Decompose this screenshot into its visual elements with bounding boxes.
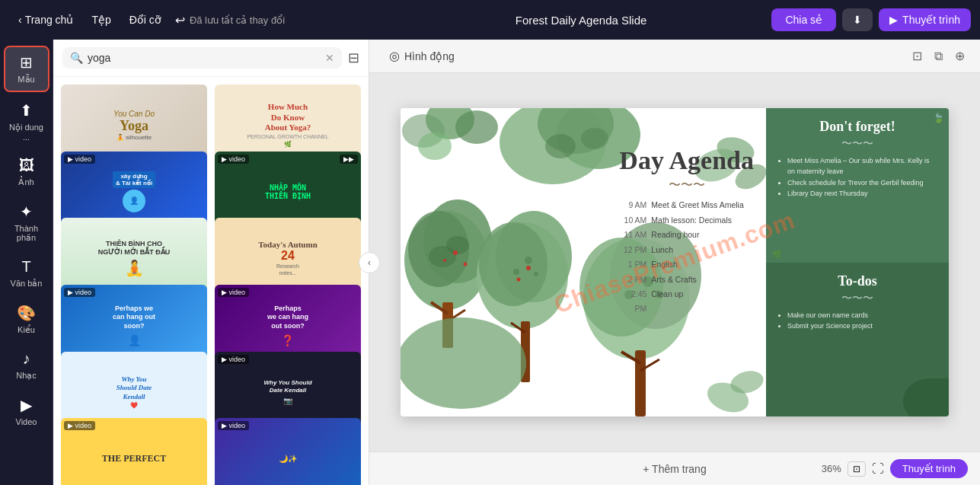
video-tag: ▶ video — [218, 288, 249, 297]
next-tag: ▶▶ — [340, 155, 358, 164]
share-slide-button[interactable]: ⊡ — [909, 46, 925, 66]
canvas-icon-group: ⊡ ⧉ ⊕ — [909, 46, 968, 66]
add-page-button[interactable]: + Thêm trang — [634, 460, 715, 478]
svg-point-7 — [545, 134, 576, 158]
section-divider: 〜〜〜 — [778, 137, 937, 151]
text-icon: T — [21, 258, 30, 276]
canvas-content: Day Agenda 〜〜〜 9 AMMeet & Greet Miss Ame… — [369, 73, 980, 451]
slide-dont-forget-section: Don't forget! 〜〜〜 Meet Miss Amelia – Our… — [766, 108, 949, 263]
topbar-nav: ‹ Trang chủ Tệp Đổi cỡ ↩ Đã lưu tất cả t… — [9, 8, 391, 32]
sidebar-item-kieu[interactable]: 🎨 Kiểu — [4, 298, 49, 341]
duplicate-button[interactable]: ⧉ — [931, 46, 946, 66]
slide-right-section: Don't forget! 〜〜〜 Meet Miss Amelia – Our… — [766, 108, 949, 416]
todos-items: Make our own name cards Submit your Scie… — [778, 310, 937, 332]
animation-icon: ◎ — [389, 49, 400, 63]
template-icon: ⊞ — [20, 53, 33, 72]
svg-point-22 — [534, 272, 538, 276]
download-icon: ⬇ — [853, 14, 862, 26]
canvas-toolbar: ◎ Hình động ⊡ ⧉ ⊕ — [369, 40, 980, 73]
template-panel: 🔍 ✕ ⊟ You Can Do Yoga 🧘 silhouette — [53, 40, 369, 485]
video-tag: ▶ video — [64, 155, 95, 164]
upload-icon: ⬆ — [20, 101, 33, 120]
slide-schedule: 9 AMMeet & Greet Miss Amelia 10 AMMath l… — [619, 199, 754, 317]
sidebar-item-van-ban[interactable]: T Văn bản — [4, 252, 49, 295]
chevron-left-icon: ‹ — [18, 14, 22, 26]
topbar: ‹ Trang chủ Tệp Đổi cỡ ↩ Đã lưu tất cả t… — [0, 0, 980, 40]
todos-title: To-dos — [778, 273, 937, 289]
svg-point-43 — [526, 266, 531, 270]
sidebar-item-thanh-phan[interactable]: ✦ Thành phần — [4, 196, 49, 249]
dont-forget-items: Meet Miss Amelia – Our sub while Mrs. Ke… — [778, 155, 937, 199]
template-grid: You Can Do Yoga 🧘 silhouette How MuchDo … — [53, 77, 369, 485]
svg-point-19 — [479, 222, 547, 306]
sidebar-item-label: Nội dung ... — [8, 123, 45, 142]
share-button[interactable]: Chia sẻ — [771, 8, 836, 31]
animation-button[interactable]: ◎ Hình động — [381, 46, 462, 66]
file-button[interactable]: Tệp — [82, 9, 120, 30]
elements-icon: ✦ — [20, 203, 33, 221]
page-view-button[interactable]: ⊡ — [848, 461, 866, 477]
search-icon: 🔍 — [70, 52, 83, 64]
search-input-wrap[interactable]: 🔍 ✕ — [62, 47, 342, 69]
video-tag: ▶ video — [64, 421, 95, 430]
video-icon: ▶ — [21, 396, 32, 414]
svg-point-8 — [581, 128, 608, 149]
search-bar: 🔍 ✕ ⊟ — [53, 40, 369, 77]
svg-point-34 — [401, 317, 526, 409]
video-tag: ▶ video — [64, 288, 95, 297]
section-divider: 〜〜〜 — [778, 292, 937, 305]
sidebar-item-label: Ảnh — [18, 177, 34, 187]
zoom-level: 36% — [822, 463, 841, 474]
sidebar-item-mau[interactable]: ⊞ Mẫu — [4, 46, 49, 92]
slide-todos-section: To-dos 〜〜〜 Make our own name cards Submi… — [766, 263, 949, 417]
clear-search-button[interactable]: ✕ — [325, 52, 334, 64]
list-item: Library Day next Thursday — [787, 188, 937, 199]
present-button[interactable]: ▶ Thuyết trình — [879, 8, 971, 31]
collapse-panel-button[interactable]: ‹ — [359, 252, 380, 273]
canvas-area: ‹ ◎ Hình động ⊡ ⧉ ⊕ — [369, 40, 980, 485]
zoom-controls: 36% ⊡ ⛶ Thuyết trình — [822, 459, 968, 478]
resize-button[interactable]: Đổi cỡ — [120, 9, 171, 30]
slide-left-section: Day Agenda 〜〜〜 9 AMMeet & Greet Miss Ame… — [401, 108, 766, 416]
svg-point-3 — [418, 132, 452, 160]
svg-point-21 — [525, 257, 532, 264]
video-tag: ▶ video — [218, 355, 249, 364]
main-layout: ⊞ Mẫu ⬆ Nội dung ... 🖼 Ảnh ✦ Thành phần … — [0, 40, 980, 485]
save-status: Đã lưu tất cả thay đổi — [190, 14, 285, 26]
slide-day-agenda-title: Day Agenda — [619, 146, 754, 174]
sidebar-item-label: Video — [16, 417, 37, 426]
sidebar-item-label: Thành phần — [8, 224, 45, 243]
style-icon: 🎨 — [17, 304, 36, 322]
undo-button[interactable]: ↩ — [171, 8, 190, 32]
svg-point-44 — [517, 278, 521, 282]
sidebar-item-noi-dung[interactable]: ⬆ Nội dung ... — [4, 95, 49, 148]
list-item: Make our own name cards — [787, 310, 937, 321]
download-button[interactable]: ⬇ — [842, 8, 873, 31]
template-card[interactable]: ▶ video THE PERFECT — [59, 416, 209, 485]
home-button[interactable]: ‹ Trang chủ — [9, 9, 82, 30]
slide-title-divider: 〜〜〜 — [619, 178, 754, 194]
canvas-bottom-bar: + Thêm trang 36% ⊡ ⛶ Thuyết trình — [369, 451, 980, 485]
sidebar: ⊞ Mẫu ⬆ Nội dung ... 🖼 Ảnh ✦ Thành phần … — [0, 40, 53, 485]
add-button[interactable]: ⊕ — [952, 46, 968, 66]
search-input[interactable] — [88, 52, 321, 64]
slide[interactable]: Day Agenda 〜〜〜 9 AMMeet & Greet Miss Ame… — [401, 108, 949, 416]
sidebar-item-label: Văn bản — [11, 279, 43, 289]
list-item: Submit your Science project — [787, 321, 937, 331]
sidebar-item-video[interactable]: ▶ Video — [4, 390, 49, 432]
fullscreen-button[interactable]: ⛶ — [872, 462, 884, 476]
svg-point-2 — [455, 110, 498, 144]
template-card[interactable]: ▶ video 🌙✨ — [213, 416, 362, 485]
sidebar-item-nhac[interactable]: ♪ Nhạc — [4, 344, 49, 387]
filter-button[interactable]: ⊟ — [348, 49, 359, 66]
sidebar-item-label: Kiểu — [18, 325, 35, 335]
video-tag: ▶ video — [218, 155, 249, 164]
sidebar-item-label: Nhạc — [16, 371, 37, 381]
present-small-button[interactable]: Thuyết trình — [890, 459, 968, 478]
sidebar-item-anh[interactable]: 🖼 Ảnh — [4, 151, 49, 193]
music-icon: ♪ — [23, 350, 30, 368]
image-icon: 🖼 — [19, 157, 34, 174]
video-tag: ▶ video — [218, 421, 249, 430]
svg-point-41 — [464, 263, 468, 266]
svg-point-13 — [446, 236, 469, 254]
